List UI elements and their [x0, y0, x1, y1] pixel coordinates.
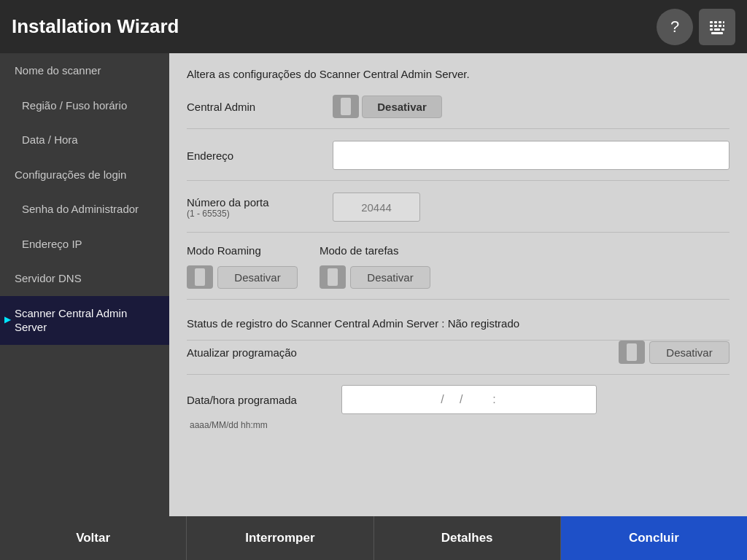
back-button[interactable]: Voltar	[0, 516, 187, 560]
port-row: Número da porta (1 - 65535)	[187, 192, 729, 233]
keyboard-button[interactable]	[699, 9, 735, 45]
update-label: Atualizar programação	[187, 346, 619, 359]
svg-rect-9	[714, 28, 720, 31]
port-label-group: Número da porta (1 - 65535)	[187, 196, 333, 219]
svg-rect-11	[711, 32, 723, 34]
datetime-row: Data/hora programada / / : aaaa/MM/dd hh…	[187, 385, 729, 430]
roaming-controls: Desativar	[187, 265, 298, 289]
interrupt-button[interactable]: Interromper	[187, 516, 374, 560]
roaming-knob	[195, 268, 205, 286]
central-admin-row: Central Admin Desativar	[187, 95, 729, 129]
central-admin-toggle[interactable]	[333, 95, 359, 118]
roaming-label: Modo Roaming	[187, 244, 298, 257]
svg-rect-6	[719, 25, 721, 27]
svg-rect-10	[721, 28, 724, 31]
central-admin-toggle-group: Desativar	[333, 95, 442, 118]
svg-rect-3	[723, 21, 724, 23]
dual-toggle-row: Modo Roaming Desativar Modo de tarefas D…	[187, 244, 729, 300]
finish-button[interactable]: Concluir	[561, 516, 747, 560]
status-row: Status de registro do Scanner Central Ad…	[187, 310, 729, 341]
svg-rect-4	[710, 25, 713, 27]
tasks-col: Modo de tarefas Desativar	[320, 244, 430, 289]
tasks-controls: Desativar	[320, 265, 430, 289]
tasks-toggle[interactable]	[320, 265, 346, 289]
svg-rect-7	[723, 25, 724, 27]
main-layout: Nome do scanner Região / Fuso horário Da…	[0, 53, 747, 516]
sidebar-item-region-timezone[interactable]: Região / Fuso horário	[0, 88, 169, 123]
content-area: Altera as configurações do Scanner Centr…	[169, 53, 747, 516]
app-title: Installation Wizard	[12, 15, 179, 38]
datetime-row-inner: Data/hora programada / / :	[187, 385, 597, 414]
footer: Voltar Interromper Detalhes Concluir	[0, 516, 747, 560]
sidebar-item-scanner-name[interactable]: Nome do scanner	[0, 53, 169, 88]
sidebar-item-login-config[interactable]: Configurações de login	[0, 158, 169, 192]
tasks-label: Modo de tarefas	[320, 244, 430, 257]
sidebar-item-dns-server[interactable]: Servidor DNS	[0, 261, 169, 296]
central-admin-desativar-btn[interactable]: Desativar	[362, 96, 442, 118]
toggle-knob	[341, 98, 351, 115]
header: Installation Wizard ?	[0, 0, 747, 53]
sidebar-item-ip-address[interactable]: Endereço IP	[0, 227, 169, 262]
sidebar-item-date-time[interactable]: Data / Hora	[0, 122, 169, 158]
port-range-label: (1 - 65535)	[187, 209, 333, 219]
update-schedule-row: Atualizar programação Desativar	[187, 341, 729, 375]
svg-rect-5	[714, 25, 717, 27]
details-button[interactable]: Detalhes	[374, 516, 561, 560]
sidebar: Nome do scanner Região / Fuso horário Da…	[0, 53, 169, 516]
datetime-label: Data/hora programada	[187, 394, 333, 406]
sidebar-item-admin-password[interactable]: Senha do Administrador	[0, 192, 169, 227]
address-label: Endereço	[187, 149, 333, 162]
svg-rect-1	[714, 21, 717, 23]
help-button[interactable]: ?	[657, 9, 693, 45]
update-knob	[627, 343, 637, 361]
roaming-desativar-btn[interactable]: Desativar	[217, 266, 298, 289]
address-row: Endereço	[187, 141, 729, 181]
tasks-knob	[328, 268, 338, 286]
datetime-format-label: aaaa/MM/dd hh:mm	[187, 420, 268, 430]
datetime-input[interactable]: / / :	[341, 385, 597, 414]
tasks-desativar-btn[interactable]: Desativar	[350, 266, 430, 289]
update-controls: Desativar	[619, 341, 729, 364]
roaming-col: Modo Roaming Desativar	[187, 244, 298, 289]
sidebar-item-scanner-central[interactable]: Scanner Central Admin Server	[0, 296, 169, 345]
central-admin-label: Central Admin	[187, 101, 333, 113]
svg-rect-8	[710, 28, 713, 31]
svg-rect-0	[710, 21, 713, 23]
svg-rect-2	[719, 21, 721, 23]
header-icons: ?	[657, 9, 735, 45]
address-input[interactable]	[333, 141, 729, 170]
update-desativar-btn[interactable]: Desativar	[649, 341, 729, 364]
port-label: Número da porta	[187, 196, 333, 209]
update-toggle[interactable]	[619, 341, 645, 364]
port-input[interactable]	[333, 192, 420, 222]
roaming-toggle[interactable]	[187, 265, 213, 289]
content-description: Altera as configurações do Scanner Centr…	[187, 68, 729, 80]
